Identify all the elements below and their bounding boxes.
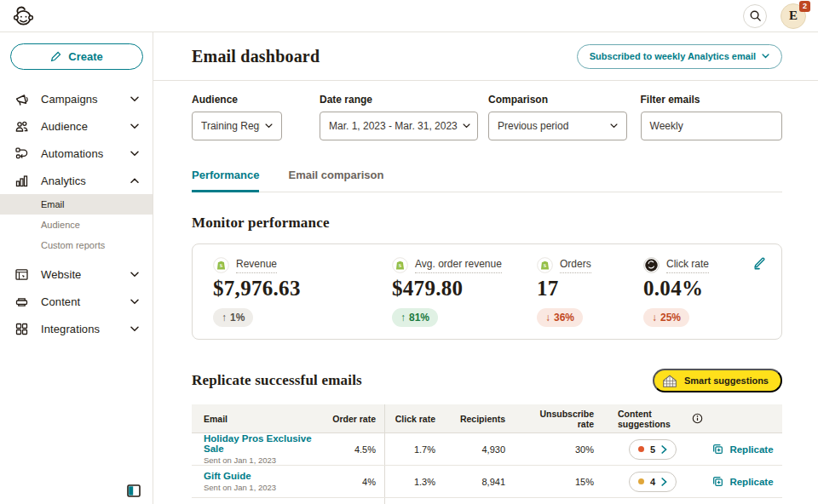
replicate-button[interactable]: Replicate xyxy=(703,475,782,488)
sidebar-item-integrations[interactable]: Integrations xyxy=(0,315,153,342)
metric-avg-order-label[interactable]: Avg. order revenue xyxy=(415,258,502,273)
col-recipients: Recipients xyxy=(444,414,514,424)
col-order-rate: Order rate xyxy=(321,414,384,424)
comparison-select[interactable]: Previous period xyxy=(488,112,627,140)
metric-orders-label[interactable]: Orders xyxy=(560,258,591,273)
chevron-down-icon xyxy=(130,123,139,129)
filter-emails-input[interactable]: Weekly xyxy=(641,112,782,140)
metric-click-rate-change: 25% xyxy=(660,312,681,324)
sidebar-label-audience: Audience xyxy=(41,120,118,133)
replicate-label: Replicate xyxy=(729,444,773,455)
megaphone-icon xyxy=(14,91,29,106)
shopify-icon: S xyxy=(213,257,229,273)
email-link[interactable]: Holiday Pros Exclusive Sale xyxy=(204,433,313,454)
bar-chart-icon xyxy=(14,173,29,188)
metric-orders-value: 17 xyxy=(537,277,643,301)
filter-audience: Audience Training Registratio... xyxy=(192,94,282,140)
sidebar-item-analytics[interactable]: Analytics xyxy=(0,167,153,194)
filter-date-range-label: Date range xyxy=(320,94,478,106)
create-label: Create xyxy=(68,50,102,63)
sidebar-item-campaigns[interactable]: Campaigns xyxy=(0,85,153,112)
arrow-up-icon: ↑ xyxy=(222,312,227,324)
metric-revenue-value: $7,976.63 xyxy=(213,277,392,301)
sidebar-item-website[interactable]: Website xyxy=(0,261,153,288)
browser-icon xyxy=(14,266,29,282)
suggestions-pill[interactable]: 4 xyxy=(629,472,677,492)
metric-click-rate-label[interactable]: Click rate xyxy=(666,258,709,273)
recipients-value: 8,941 xyxy=(444,477,514,487)
chevron-down-icon xyxy=(130,96,139,102)
filter-comparison-label: Comparison xyxy=(488,94,627,106)
metric-click-rate-change-badge: ↓ 25% xyxy=(643,308,689,327)
click-rate-value: 1.3% xyxy=(406,477,444,487)
sidebar-label-integrations: Integrations xyxy=(41,323,118,335)
chevron-down-icon xyxy=(458,123,470,129)
metric-revenue-label[interactable]: Revenue xyxy=(236,258,277,273)
account-avatar[interactable]: E 2 xyxy=(781,3,806,29)
notification-badge: 2 xyxy=(799,1,810,12)
metrics-card: S Revenue $7,976.63 ↑ 1% S Avg. order re… xyxy=(192,243,782,340)
flow-icon xyxy=(14,146,29,161)
sidebar-collapse-button[interactable] xyxy=(127,484,141,497)
chevron-down-icon xyxy=(130,326,139,332)
col-content-suggestions: Content suggestions xyxy=(618,409,688,429)
filter-date-range: Date range Mar. 1, 2023 - Mar. 31, 2023 xyxy=(320,94,478,140)
info-icon[interactable] xyxy=(692,413,703,424)
audience-select[interactable]: Training Registratio... xyxy=(192,112,282,140)
tab-bar: Performance Email comparison xyxy=(192,169,782,192)
svg-text:S: S xyxy=(399,263,402,268)
sidebar-item-content[interactable]: Content xyxy=(0,288,153,315)
unsubscribe-rate-value: 15% xyxy=(514,477,602,487)
subscription-dropdown-button[interactable]: Subscribed to weekly Analytics email xyxy=(577,44,782,69)
sidebar: Create Campaigns Audience Automations xyxy=(0,32,153,504)
table-header-row: Email Order rate Click rate Recipients U… xyxy=(192,404,782,433)
smart-suggestions-label: Smart suggestions xyxy=(684,375,769,386)
chevron-down-icon xyxy=(762,54,769,59)
greenhouse-icon xyxy=(660,371,679,390)
people-icon xyxy=(14,118,29,134)
edit-metrics-button[interactable] xyxy=(752,255,768,271)
audience-select-value: Training Registratio... xyxy=(201,120,260,132)
search-button[interactable] xyxy=(743,4,767,28)
email-sent-date: Sent on Jan 1, 2023 xyxy=(204,483,313,492)
metric-orders-change-badge: ↓ 36% xyxy=(537,308,583,327)
chevron-down-icon xyxy=(130,272,139,278)
sidebar-item-audience[interactable]: Audience xyxy=(0,112,153,140)
chevron-right-icon xyxy=(661,445,667,454)
filter-comparison: Comparison Previous period xyxy=(488,94,627,140)
sidebar-item-automations[interactable]: Automations xyxy=(0,140,153,167)
chevron-down-icon xyxy=(260,123,273,129)
replicate-header: Replicate successful emails Smart sugges… xyxy=(192,369,782,392)
chevron-down-icon xyxy=(130,151,139,157)
comparison-value: Previous period xyxy=(498,120,568,132)
sidebar-subitem-audience[interactable]: Audience xyxy=(0,215,153,235)
sidebar-label-analytics: Analytics xyxy=(41,175,118,187)
unsubscribe-rate-value: 30% xyxy=(514,444,602,455)
filter-emails-value: Weekly xyxy=(650,120,683,132)
sidebar-label-content: Content xyxy=(41,295,118,308)
pencil-icon xyxy=(50,51,61,62)
filters-row: Audience Training Registratio... Date ra… xyxy=(153,81,818,140)
sidebar-subitem-custom-reports[interactable]: Custom reports xyxy=(0,235,153,255)
mailchimp-logo-icon[interactable] xyxy=(12,4,35,27)
collapse-panel-icon xyxy=(127,484,141,497)
page-header: Email dashboard Subscribed to weekly Ana… xyxy=(153,32,818,81)
date-range-select[interactable]: Mar. 1, 2023 - Mar. 31, 2023 xyxy=(320,112,478,140)
create-button[interactable]: Create xyxy=(10,43,143,70)
suggestion-status-dot xyxy=(638,446,644,452)
metric-avg-order-revenue: S Avg. order revenue $479.80 ↑ 81% xyxy=(392,257,537,327)
copy-plus-icon xyxy=(711,475,724,488)
mailchimp-icon xyxy=(643,257,660,273)
replicate-button[interactable]: Replicate xyxy=(703,443,782,455)
email-link[interactable]: Gift Guide xyxy=(204,471,313,481)
suggestions-pill[interactable]: 5 xyxy=(629,439,677,460)
shopify-icon: S xyxy=(392,257,408,273)
sidebar-subitem-email[interactable]: Email xyxy=(0,194,153,215)
metric-revenue-change: 1% xyxy=(230,312,245,324)
shopify-icon: S xyxy=(537,257,553,273)
top-bar: E 2 xyxy=(0,0,818,32)
tab-email-comparison[interactable]: Email comparison xyxy=(288,169,383,192)
smart-suggestions-button[interactable]: Smart suggestions xyxy=(653,369,782,392)
tab-performance[interactable]: Performance xyxy=(192,169,259,192)
emails-table: Email Order rate Click rate Recipients U… xyxy=(192,404,782,504)
